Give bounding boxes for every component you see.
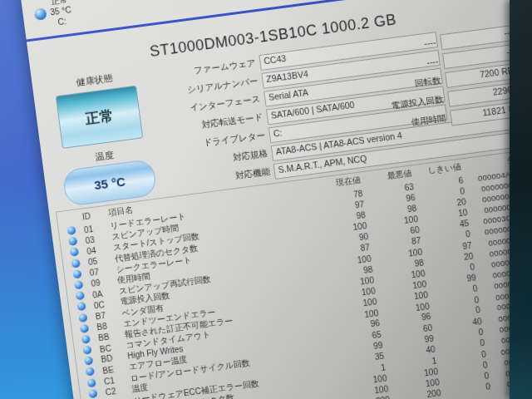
stat-label: 回転数 — [414, 75, 441, 90]
stat-label: 使用時間 — [411, 112, 446, 128]
attribute-status-icon — [88, 389, 97, 398]
drive-tab-text: 正常 35 °C C: — [48, 0, 73, 28]
stat-label: 電源投入回数 — [391, 94, 444, 112]
header-icon-spacer — [57, 217, 82, 220]
attribute-status-icon — [68, 237, 77, 246]
attribute-status-icon — [76, 291, 85, 300]
attribute-status-icon — [78, 313, 87, 322]
stat-label: ---- — [423, 37, 436, 48]
monitor-bezel-shadow — [510, 0, 532, 399]
attribute-status-icon — [87, 378, 96, 387]
attribute-status-icon — [84, 356, 93, 365]
attribute-status-icon — [86, 367, 95, 377]
drive-tab[interactable]: 正常 35 °C C: — [32, 0, 73, 31]
info-field-label: 対応機能 — [234, 166, 270, 182]
attribute-status-icon — [81, 334, 91, 343]
attribute-status-icon — [71, 259, 81, 268]
attribute-status-icon — [76, 302, 86, 311]
attribute-status-icon — [70, 248, 79, 257]
attribute-status-icon — [80, 323, 89, 332]
disk-status-icon — [34, 7, 47, 21]
crystaldiskinfo-window: 正常 35 °C C: ST1000DM003-1SB10C 1000.2 GB… — [20, 0, 532, 399]
photo-frame: 正常 35 °C C: ST1000DM003-1SB10C 1000.2 GB… — [0, 0, 532, 399]
stat-label: ---- — [426, 56, 438, 67]
attribute-status-icon — [74, 280, 83, 289]
attribute-status-icon — [66, 226, 76, 235]
attribute-status-icon — [82, 346, 91, 355]
drive-tab-letter: C: — [57, 16, 67, 27]
header-id: ID — [81, 209, 104, 221]
attribute-status-icon — [72, 269, 81, 278]
